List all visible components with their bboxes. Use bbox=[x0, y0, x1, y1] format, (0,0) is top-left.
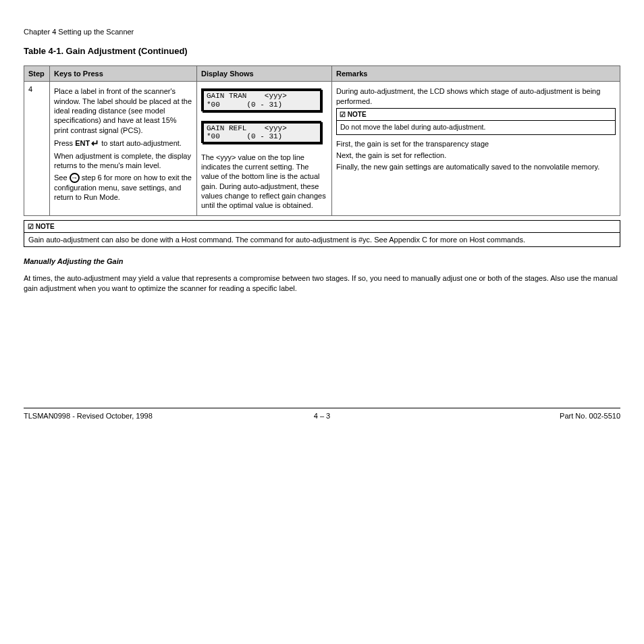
gain-adjustment-table: Step Keys to Press Display Shows Remarks… bbox=[24, 65, 620, 215]
col-key: Keys to Press bbox=[50, 66, 197, 82]
instruction-text: Place a label in front of the scanner's … bbox=[54, 86, 192, 134]
subsection-title: Manually Adjusting the Gain bbox=[24, 257, 620, 266]
lcd-display-refl: GAIN REFL <yyy> *00 (0 - 31) bbox=[201, 121, 321, 143]
keys-cell: Place a label in front of the scanner's … bbox=[50, 82, 197, 215]
body-paragraph: At times, the auto-adjustment may yield … bbox=[24, 273, 620, 293]
enter-icon: ↵ bbox=[91, 137, 99, 149]
check-icon: ☑ bbox=[28, 223, 34, 230]
chapter-heading: Chapter 4 Setting up the Scanner bbox=[24, 27, 620, 36]
table-row: 4 Place a label in front of the scanner'… bbox=[24, 82, 620, 215]
note-box: ☑ NOTE Do not move the label during auto… bbox=[336, 108, 616, 135]
table-title: Table 4-1. Gain Adjustment (Continued) bbox=[24, 46, 620, 57]
col-remarks: Remarks bbox=[332, 66, 620, 82]
step-number: 4 bbox=[24, 82, 50, 215]
ent-key-icon: ENT↵ bbox=[75, 137, 99, 149]
lcd-display-tran: GAIN TRAN <yyy> *00 (0 - 31) bbox=[201, 88, 321, 111]
col-step: Step bbox=[24, 66, 50, 82]
outer-note-box: ☑ NOTE Gain auto-adjustment can also be … bbox=[24, 220, 620, 247]
footer-page: 4 – 3 bbox=[24, 411, 620, 421]
arrow-right-icon: → bbox=[70, 173, 80, 183]
display-cell: GAIN TRAN <yyy> *00 (0 - 31) GAIN REFL <… bbox=[197, 82, 332, 215]
remarks-cell: During auto-adjustment, the LCD shows wh… bbox=[332, 82, 620, 215]
col-display: Display Shows bbox=[197, 66, 332, 82]
check-icon: ☑ bbox=[340, 111, 346, 118]
lcd-note: The <yyy> value on the top line indicate… bbox=[201, 153, 327, 211]
instruction-text: When adjustment is complete, the display… bbox=[54, 151, 192, 171]
page-footer: TLSMAN0998 - Revised October, 1998 4 – 3… bbox=[24, 408, 620, 421]
